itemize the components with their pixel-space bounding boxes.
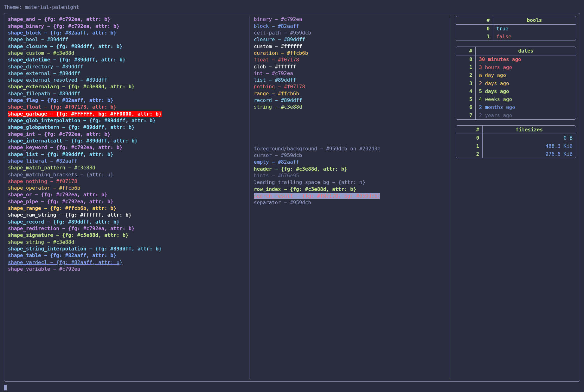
type-entry: glob − #ffffff <box>254 63 451 70</box>
shape-entry: shape_block − {fg: #82aaff, attr: b} <box>8 29 249 36</box>
shape-entry: shape_range − {fg: #ffcb6b, attr: b} <box>8 205 249 212</box>
table-row: 62 months ago <box>456 103 576 111</box>
ui-entry: header − {fg: #c3e88d, attr: b} <box>254 166 451 172</box>
shape-entry: shape_table − {fg: #82aaff, attr: b} <box>8 252 249 259</box>
table-row: 2a day ago <box>456 71 576 79</box>
shape-entry: shape_globpattern − {fg: #89ddff, attr: … <box>8 124 249 130</box>
ui-entry: cursor − #959dcb <box>254 152 451 159</box>
ui-entry: search_result − {fg: #f07178, bg: #959dc… <box>254 193 451 199</box>
shape-entry: shape_string_interpolation − {fg: #89ddf… <box>8 245 249 252</box>
type-entry: custom − #ffffff <box>254 43 451 50</box>
table-header-index: # <box>456 126 483 134</box>
tables-column: # bools 0true1false # dates 030 minutes … <box>451 16 576 379</box>
shape-entry: shape_external_resolved − #89ddff <box>8 77 249 83</box>
ui-entry: row_index − {fg: #c3e88d, attr: b} <box>254 186 451 193</box>
theme-title: Theme: material-palenight <box>4 4 580 10</box>
shape-entry: shape_or − {fg: #c792ea, attr: b} <box>8 191 249 198</box>
cursor-icon <box>4 385 7 390</box>
table-header-dates: dates <box>476 47 576 55</box>
shape-entry: shape_raw_string − {fg: #ffffff, attr: b… <box>8 212 249 218</box>
table-header-index: # <box>456 16 493 24</box>
shape-entry: shape_match_pattern − #c3e88d <box>8 164 249 171</box>
ui-entry: foreground/background − #959dcb on #292d… <box>254 145 451 152</box>
type-entry: range − #ffcb6b <box>254 90 451 97</box>
shape-entry: shape_matching_brackets − {attr: u} <box>8 171 249 178</box>
type-entry: list − #89ddff <box>254 77 451 83</box>
type-entry: record − #89ddff <box>254 97 451 104</box>
ui-entry: empty − #82aaff <box>254 159 451 165</box>
filesizes-table: # filesizes 0 0 B1488.3 KiB2976.6 KiB <box>456 125 576 158</box>
shape-entry: shape_internalcall − {fg: #89ddff, attr:… <box>8 137 249 144</box>
shape-entry: shape_pipe − {fg: #c792ea, attr: b} <box>8 198 249 205</box>
bools-table: # bools 0true1false <box>456 16 576 41</box>
table-row: 72 years ago <box>456 111 576 119</box>
type-entry: int − #c792ea <box>254 70 451 77</box>
shape-entry: shape_datetime − {fg: #89ddff, attr: b} <box>8 56 249 63</box>
shape-entry: shape_directory − #89ddff <box>8 63 249 70</box>
type-entry: float − #f07178 <box>254 56 451 63</box>
table-row: 0true <box>456 25 576 33</box>
type-entry: cell-path − #959dcb <box>254 29 451 36</box>
shape-entry: shape_operator − #ffcb6b <box>8 185 249 191</box>
type-entry: binary − #c792ea <box>254 16 451 22</box>
shape-entry: shape_bool − #89ddff <box>8 36 249 43</box>
shape-entry: shape_external − #89ddff <box>8 70 249 77</box>
shape-entry: shape_and − {fg: #c792ea, attr: b} <box>8 16 249 22</box>
table-row: 1488.3 KiB <box>456 142 576 150</box>
ui-entry: separator − #959dcb <box>254 199 451 206</box>
ui-entry: hints − #676e95 <box>254 172 451 179</box>
table-row: 2976.6 KiB <box>456 150 576 158</box>
shape-entry: shape_nothing − #f07178 <box>8 178 249 185</box>
shape-entry: shape_signature − {fg: #c3e88d, attr: b} <box>8 232 249 238</box>
table-row: 0 0 B <box>456 134 576 142</box>
shape-entry: shape_keyword − {fg: #c792ea, attr: b} <box>8 144 249 151</box>
shape-entry: shape_string − #c3e88d <box>8 239 249 245</box>
table-row: 1false <box>456 33 576 41</box>
type-entry: string − #c3e88d <box>254 104 451 110</box>
table-row: 32 days ago <box>456 79 576 87</box>
shape-entry: shape_float − {fg: #f07178, attr: b} <box>8 104 249 110</box>
shape-entry: shape_garbage − {fg: #FFFFFF, bg: #FF000… <box>8 111 249 117</box>
type-entry: nothing − #f07178 <box>254 83 451 90</box>
shape-entry: shape_closure − {fg: #89ddff, attr: b} <box>8 43 249 50</box>
shape-entry: shape_redirection − {fg: #c792ea, attr: … <box>8 225 249 232</box>
type-entry: closure − #89ddff <box>254 36 451 43</box>
shapes-column: shape_and − {fg: #c792ea, attr: b}shape_… <box>8 16 249 379</box>
table-row: 030 minutes ago <box>456 55 576 63</box>
table-header-filesizes: filesizes <box>483 126 576 134</box>
shape-entry: shape_filepath − #89ddff <box>8 90 249 97</box>
shape-entry: shape_variable − #c792ea <box>8 266 249 272</box>
table-row: 54 weeks ago <box>456 95 576 103</box>
preview-frame: shape_and − {fg: #c792ea, attr: b}shape_… <box>4 13 580 382</box>
table-row: 45 days ago <box>456 87 576 95</box>
shape-entry: shape_binary − {fg: #c792ea, attr: b} <box>8 23 249 29</box>
shape-entry: shape_int − {fg: #c792ea, attr: b} <box>8 131 249 137</box>
type-entry: duration − #ffcb6b <box>254 50 451 56</box>
shape-entry: shape_flag − {fg: #82aaff, attr: b} <box>8 97 249 104</box>
table-row: 13 hours ago <box>456 63 576 71</box>
dates-table: # dates 030 minutes ago13 hours ago2a da… <box>456 47 576 120</box>
shape-entry: shape_list − {fg: #89ddff, attr: b} <box>8 151 249 158</box>
shape-entry: shape_externalarg − {fg: #c3e88d, attr: … <box>8 83 249 90</box>
shape-entry: shape_custom − #c3e88d <box>8 50 249 56</box>
ui-entry: leading_trailing_space_bg − {attr: n} <box>254 179 451 186</box>
types-column: binary − #c792eablock − #82aaffcell-path… <box>249 16 451 379</box>
shape-entry: shape_record − {fg: #89ddff, attr: b} <box>8 218 249 225</box>
type-entry: block − #82aaff <box>254 23 451 29</box>
shape-entry: shape_literal − #82aaff <box>8 158 249 164</box>
table-header-bools: bools <box>493 16 576 24</box>
shape-entry: shape_glob_interpolation − {fg: #89ddff,… <box>8 117 249 124</box>
shape-entry: shape_vardecl − {fg: #82aaff, attr: u} <box>8 259 249 266</box>
table-header-index: # <box>456 47 476 55</box>
